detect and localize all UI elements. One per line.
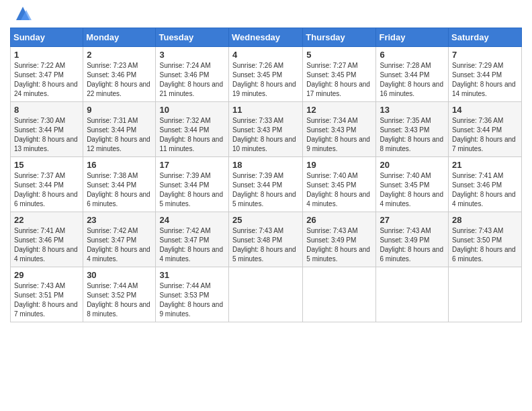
sunset-text: Sunset: 3:44 PM [87, 181, 136, 189]
day-info: Sunrise: 7:43 AM Sunset: 3:51 PM Dayligh… [14, 281, 79, 319]
daylight-text: Daylight: 8 hours and 22 minutes. [87, 81, 150, 97]
calendar-cell-day-6: 6 Sunrise: 7:28 AM Sunset: 3:44 PM Dayli… [376, 47, 449, 102]
sunrise-text: Sunrise: 7:44 AM [159, 282, 210, 289]
logo [10, 10, 33, 24]
calendar-cell-day-18: 18 Sunrise: 7:39 AM Sunset: 3:44 PM Dayl… [229, 157, 303, 212]
day-info: Sunrise: 7:31 AM Sunset: 3:44 PM Dayligh… [87, 116, 152, 154]
sunset-text: Sunset: 3:44 PM [14, 181, 64, 189]
sunrise-text: Sunrise: 7:29 AM [452, 62, 503, 69]
calendar-cell-day-22: 22 Sunrise: 7:41 AM Sunset: 3:46 PM Dayl… [11, 212, 83, 267]
sunrise-text: Sunrise: 7:41 AM [452, 172, 503, 179]
calendar-table: SundayMondayTuesdayWednesdayThursdayFrid… [10, 28, 522, 322]
daylight-text: Daylight: 8 hours and 6 minutes. [87, 191, 150, 208]
day-number: 14 [452, 105, 518, 115]
daylight-text: Daylight: 8 hours and 7 minutes. [452, 136, 516, 152]
daylight-text: Daylight: 8 hours and 7 minutes. [14, 301, 78, 318]
sunset-text: Sunset: 3:46 PM [159, 71, 209, 79]
calendar-cell-day-13: 13 Sunrise: 7:35 AM Sunset: 3:43 PM Dayl… [376, 102, 449, 157]
day-number: 1 [14, 50, 79, 60]
sunrise-text: Sunrise: 7:43 AM [14, 282, 65, 289]
daylight-text: Daylight: 8 hours and 4 minutes. [380, 191, 443, 208]
calendar-cell-day-2: 2 Sunrise: 7:23 AM Sunset: 3:46 PM Dayli… [83, 47, 156, 102]
sunrise-text: Sunrise: 7:43 AM [232, 227, 283, 234]
calendar-cell-day-27: 27 Sunrise: 7:43 AM Sunset: 3:49 PM Dayl… [376, 212, 449, 267]
day-number: 9 [87, 105, 152, 115]
calendar-cell-day-14: 14 Sunrise: 7:36 AM Sunset: 3:44 PM Dayl… [449, 102, 522, 157]
day-info: Sunrise: 7:32 AM Sunset: 3:44 PM Dayligh… [159, 116, 225, 154]
day-info: Sunrise: 7:27 AM Sunset: 3:45 PM Dayligh… [306, 61, 372, 99]
sunset-text: Sunset: 3:45 PM [306, 181, 356, 189]
calendar-cell-day-26: 26 Sunrise: 7:43 AM Sunset: 3:49 PM Dayl… [303, 212, 376, 267]
sunrise-text: Sunrise: 7:36 AM [452, 117, 503, 124]
day-number: 28 [452, 215, 518, 225]
daylight-text: Daylight: 8 hours and 9 minutes. [159, 301, 223, 318]
day-number: 26 [306, 215, 372, 225]
day-header-tuesday: Tuesday [156, 28, 229, 47]
day-info: Sunrise: 7:28 AM Sunset: 3:44 PM Dayligh… [380, 61, 445, 99]
day-number: 22 [14, 215, 79, 225]
calendar-cell-day-5: 5 Sunrise: 7:27 AM Sunset: 3:45 PM Dayli… [303, 47, 376, 102]
sunset-text: Sunset: 3:43 PM [380, 126, 429, 134]
sunrise-text: Sunrise: 7:31 AM [87, 117, 138, 124]
calendar-cell-day-4: 4 Sunrise: 7:26 AM Sunset: 3:45 PM Dayli… [229, 47, 303, 102]
daylight-text: Daylight: 8 hours and 16 minutes. [380, 81, 443, 97]
sunset-text: Sunset: 3:44 PM [232, 181, 282, 189]
day-info: Sunrise: 7:30 AM Sunset: 3:44 PM Dayligh… [14, 116, 79, 154]
page-header [10, 7, 522, 24]
daylight-text: Daylight: 8 hours and 5 minutes. [159, 191, 223, 208]
sunrise-text: Sunrise: 7:40 AM [380, 172, 431, 179]
daylight-text: Daylight: 8 hours and 11 minutes. [159, 136, 223, 152]
day-info: Sunrise: 7:41 AM Sunset: 3:46 PM Dayligh… [14, 226, 79, 264]
calendar-cell-day-30: 30 Sunrise: 7:44 AM Sunset: 3:52 PM Dayl… [83, 267, 156, 322]
daylight-text: Daylight: 8 hours and 6 minutes. [380, 246, 443, 263]
sunset-text: Sunset: 3:44 PM [159, 181, 209, 189]
day-number: 13 [380, 105, 445, 115]
day-info: Sunrise: 7:42 AM Sunset: 3:47 PM Dayligh… [159, 226, 225, 264]
day-info: Sunrise: 7:42 AM Sunset: 3:47 PM Dayligh… [87, 226, 152, 264]
sunset-text: Sunset: 3:50 PM [452, 236, 502, 244]
sunrise-text: Sunrise: 7:43 AM [452, 227, 503, 234]
sunrise-text: Sunrise: 7:42 AM [87, 227, 138, 234]
sunrise-text: Sunrise: 7:42 AM [159, 227, 210, 234]
day-info: Sunrise: 7:37 AM Sunset: 3:44 PM Dayligh… [14, 171, 79, 209]
daylight-text: Daylight: 8 hours and 17 minutes. [306, 81, 370, 97]
day-number: 21 [452, 160, 518, 170]
daylight-text: Daylight: 8 hours and 13 minutes. [14, 136, 78, 152]
day-number: 20 [380, 160, 445, 170]
sunset-text: Sunset: 3:52 PM [87, 291, 136, 299]
sunrise-text: Sunrise: 7:43 AM [380, 227, 431, 234]
day-info: Sunrise: 7:38 AM Sunset: 3:44 PM Dayligh… [87, 171, 152, 209]
calendar-header-row: SundayMondayTuesdayWednesdayThursdayFrid… [11, 28, 522, 47]
day-number: 23 [87, 215, 152, 225]
calendar-cell-day-31: 31 Sunrise: 7:44 AM Sunset: 3:53 PM Dayl… [156, 267, 229, 322]
calendar-cell-empty [376, 267, 449, 322]
daylight-text: Daylight: 8 hours and 4 minutes. [87, 246, 150, 263]
day-info: Sunrise: 7:33 AM Sunset: 3:43 PM Dayligh… [232, 116, 299, 154]
daylight-text: Daylight: 8 hours and 4 minutes. [452, 191, 516, 208]
sunrise-text: Sunrise: 7:24 AM [159, 62, 210, 69]
calendar-cell-day-10: 10 Sunrise: 7:32 AM Sunset: 3:44 PM Dayl… [156, 102, 229, 157]
day-number: 27 [380, 215, 445, 225]
daylight-text: Daylight: 8 hours and 5 minutes. [232, 191, 296, 208]
day-number: 24 [159, 215, 225, 225]
day-info: Sunrise: 7:23 AM Sunset: 3:46 PM Dayligh… [87, 61, 152, 99]
day-number: 15 [14, 160, 79, 170]
day-number: 12 [306, 105, 372, 115]
daylight-text: Daylight: 8 hours and 21 minutes. [159, 81, 223, 97]
calendar-cell-day-3: 3 Sunrise: 7:24 AM Sunset: 3:46 PM Dayli… [156, 47, 229, 102]
sunrise-text: Sunrise: 7:34 AM [306, 117, 357, 124]
day-number: 2 [87, 50, 152, 60]
day-number: 25 [232, 215, 299, 225]
sunrise-text: Sunrise: 7:40 AM [306, 172, 357, 179]
day-info: Sunrise: 7:40 AM Sunset: 3:45 PM Dayligh… [380, 171, 445, 209]
calendar-cell-day-28: 28 Sunrise: 7:43 AM Sunset: 3:50 PM Dayl… [449, 212, 522, 267]
day-info: Sunrise: 7:34 AM Sunset: 3:43 PM Dayligh… [306, 116, 372, 154]
daylight-text: Daylight: 8 hours and 6 minutes. [14, 191, 78, 208]
day-header-monday: Monday [83, 28, 156, 47]
sunset-text: Sunset: 3:49 PM [380, 236, 429, 244]
calendar-cell-empty [303, 267, 376, 322]
daylight-text: Daylight: 8 hours and 19 minutes. [232, 81, 296, 97]
calendar-week-row: 1 Sunrise: 7:22 AM Sunset: 3:47 PM Dayli… [11, 47, 522, 102]
sunrise-text: Sunrise: 7:23 AM [87, 62, 138, 69]
sunset-text: Sunset: 3:48 PM [232, 236, 282, 244]
